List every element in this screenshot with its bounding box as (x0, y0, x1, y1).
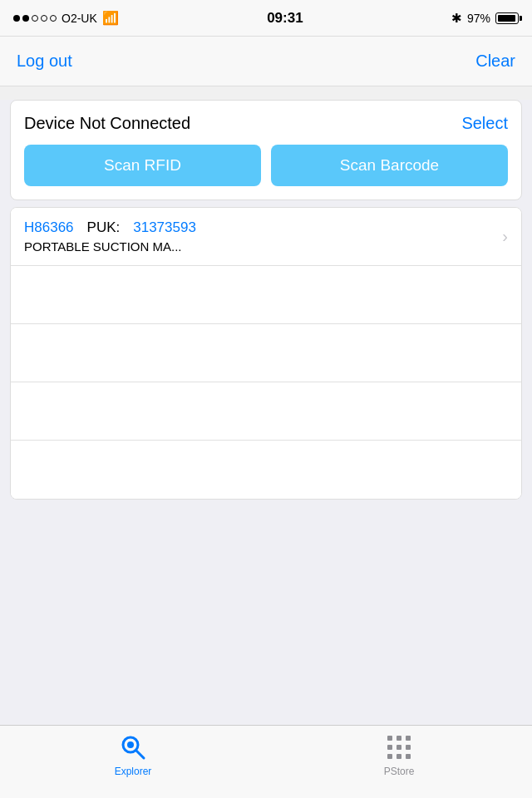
signal-dots (13, 15, 57, 22)
svg-point-2 (127, 741, 134, 748)
chevron-right-icon: › (502, 227, 508, 246)
svg-rect-9 (387, 754, 392, 759)
list-item-empty-3 (11, 382, 521, 441)
tab-pstore[interactable]: PStore (266, 732, 532, 777)
list-item-content: H86366 PUK: 31373593 PORTABLE SUCTION MA… (24, 219, 495, 254)
tab-pstore-label: PStore (384, 766, 415, 777)
svg-rect-10 (397, 754, 401, 759)
signal-dot-4 (41, 15, 47, 22)
item-puk-label: PUK: (87, 219, 121, 236)
logout-button[interactable]: Log out (17, 52, 72, 71)
scan-buttons-row: Scan RFID Scan Barcode (24, 145, 508, 186)
svg-rect-6 (387, 745, 392, 750)
select-button[interactable]: Select (461, 114, 508, 133)
svg-rect-7 (397, 745, 401, 750)
nav-bar: Log out Clear (0, 37, 532, 86)
signal-dot-2 (22, 15, 29, 22)
signal-dot-5 (50, 15, 57, 22)
device-status-label: Device Not Connected (24, 114, 190, 133)
tab-bar: Explorer PStore (0, 725, 532, 798)
list-item-empty-4 (11, 441, 521, 499)
battery-percent: 97% (467, 12, 490, 25)
tab-explorer[interactable]: Explorer (0, 732, 266, 777)
svg-rect-8 (406, 745, 411, 750)
status-left: O2-UK 📶 (13, 10, 119, 26)
signal-dot-1 (13, 15, 20, 22)
battery-icon (495, 12, 519, 24)
time-display: 09:31 (267, 10, 303, 27)
scan-rfid-button[interactable]: Scan RFID (24, 145, 261, 186)
pstore-building-icon (384, 732, 414, 762)
item-description: PORTABLE SUCTION MA... (24, 239, 495, 254)
item-top-row: H86366 PUK: 31373593 (24, 219, 495, 236)
items-list: H86366 PUK: 31373593 PORTABLE SUCTION MA… (10, 207, 522, 500)
tab-explorer-label: Explorer (115, 766, 152, 777)
svg-rect-4 (397, 736, 401, 741)
battery-fill (498, 15, 515, 22)
list-item-empty-2 (11, 324, 521, 382)
clear-button[interactable]: Clear (475, 52, 515, 71)
carrier-label: O2-UK (62, 12, 97, 25)
list-item-empty-1 (11, 266, 521, 324)
svg-rect-3 (387, 736, 392, 741)
wifi-icon: 📶 (102, 10, 119, 26)
explorer-search-icon (118, 732, 148, 762)
status-right: ✱ 97% (451, 11, 519, 26)
status-bar: O2-UK 📶 09:31 ✱ 97% (0, 0, 532, 37)
item-puk-value: 31373593 (133, 219, 196, 236)
item-id: H86366 (24, 219, 74, 236)
device-card: Device Not Connected Select Scan RFID Sc… (10, 100, 522, 200)
scan-barcode-button[interactable]: Scan Barcode (271, 145, 508, 186)
svg-line-1 (136, 751, 144, 758)
svg-rect-5 (406, 736, 411, 741)
device-status-row: Device Not Connected Select (24, 114, 508, 133)
signal-dot-3 (32, 15, 38, 22)
list-item[interactable]: H86366 PUK: 31373593 PORTABLE SUCTION MA… (11, 208, 521, 266)
bluetooth-icon: ✱ (451, 11, 462, 26)
svg-rect-11 (406, 754, 411, 759)
